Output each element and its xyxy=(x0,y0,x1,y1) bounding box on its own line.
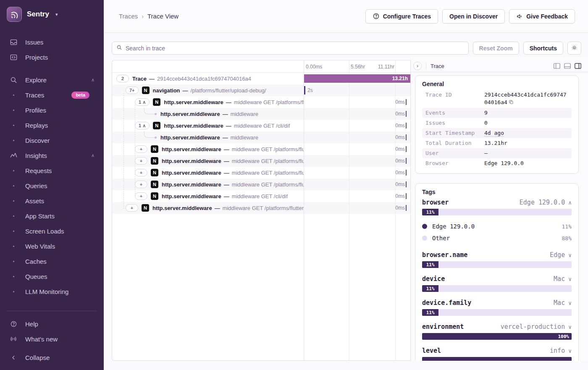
span-description: /platforms/flutter/upload-debug/ xyxy=(191,87,266,94)
tag-header[interactable]: browserEdge 129.0.0∧ xyxy=(422,199,572,206)
tags-title: Tags xyxy=(422,189,572,195)
span-op: navigation xyxy=(153,87,180,94)
help-icon xyxy=(9,320,18,328)
drawer-layout-switcher xyxy=(554,63,581,69)
trace-span-row[interactable]: 1 ∧Nhttp.server.middleware—middleware GE… xyxy=(112,96,410,108)
sidebar-item-help[interactable]: Help xyxy=(0,316,104,331)
sidebar-item-queries[interactable]: Queries xyxy=(0,178,104,193)
trace-span-row[interactable]: 2Trace—2914cceb443c41dca1fc6974704016a41… xyxy=(112,73,410,84)
sidebar-item-explore[interactable]: Explore∧ xyxy=(0,72,104,87)
trace-span-row[interactable]: 7+Nnavigation—/platforms/flutter/upload-… xyxy=(112,84,410,96)
sidebar-item-issues[interactable]: Issues xyxy=(0,34,104,50)
sidebar-item-discover[interactable]: Discover xyxy=(0,133,104,148)
sidebar-item-projects[interactable]: Projects xyxy=(0,50,104,65)
span-children-toggle[interactable]: 2 xyxy=(116,75,129,82)
trace-span-row[interactable]: +Nhttp.server.middleware—middleware GET … xyxy=(112,178,410,190)
span-children-toggle[interactable]: 7+ xyxy=(126,87,139,94)
span-children-toggle[interactable]: + xyxy=(135,145,147,153)
general-row-label: Events xyxy=(425,109,484,117)
span-duration-bar[interactable] xyxy=(304,86,305,94)
span-zero-tick xyxy=(406,123,407,129)
span-duration-label: 0ms xyxy=(395,96,405,108)
span-op: http.server.middleware xyxy=(162,158,221,164)
sidebar-item-collapse[interactable]: Collapse xyxy=(0,350,104,365)
sidebar-item-screen-loads[interactable]: Screen Loads xyxy=(0,223,104,239)
span-zero-tick xyxy=(406,205,407,211)
trace-span-row[interactable]: +Nhttp.server.middleware—middleware GET … xyxy=(112,155,410,167)
span-zero-tick xyxy=(406,146,407,152)
sidebar-item-insights[interactable]: Insights∧ xyxy=(0,148,104,163)
tag-legend-row[interactable]: Other88% xyxy=(422,232,572,244)
copy-icon[interactable] xyxy=(509,99,514,107)
tag-header[interactable]: browser.nameEdge∨ xyxy=(422,251,572,259)
tag-header[interactable]: levelinfo∨ xyxy=(422,347,572,354)
chevron-down-icon: ∨ xyxy=(568,252,572,258)
sidebar-item-app-starts[interactable]: App Starts xyxy=(0,208,104,223)
trace-span-row[interactable]: http.server.middleware—middleware0ms xyxy=(112,108,410,120)
span-children-toggle[interactable]: + xyxy=(135,169,147,176)
tag-header[interactable]: device.familyMac∨ xyxy=(422,299,572,307)
bullet-icon xyxy=(9,110,18,111)
panel-right-icon[interactable] xyxy=(575,63,581,69)
trace-span-row[interactable]: +Nhttp.server.middleware—middleware GET … xyxy=(112,202,410,214)
reset-zoom-button[interactable]: Reset Zoom xyxy=(473,42,519,55)
span-op: Trace xyxy=(132,76,147,82)
trace-span-row[interactable]: http.server.middleware—middleware0ms xyxy=(112,131,410,143)
span-separator: — xyxy=(223,134,228,141)
shortcuts-button[interactable]: Shortcuts xyxy=(523,42,563,55)
span-children-toggle[interactable]: + xyxy=(135,192,147,200)
trace-span-row[interactable]: 1 ∧Nhttp.server.middleware—middleware GE… xyxy=(112,120,410,131)
tag-header[interactable]: environmentvercel-production∨ xyxy=(422,323,572,331)
span-name-cell: 2Trace—2914cceb443c41dca1fc6974704016a4 xyxy=(112,73,304,84)
nextjs-icon: N xyxy=(151,169,158,176)
panel-left-icon[interactable] xyxy=(554,63,560,69)
sidebar-item-assets[interactable]: Assets xyxy=(0,193,104,208)
bullet-icon xyxy=(9,140,18,141)
sidebar-item-replays[interactable]: Replays xyxy=(0,118,104,133)
search-icon xyxy=(9,76,18,84)
sidebar-item-queues[interactable]: Queues xyxy=(0,269,104,284)
trace-span-row[interactable]: +Nhttp.server.middleware—middleware GET … xyxy=(112,143,410,155)
sidebar-item-profiles[interactable]: Profiles xyxy=(0,102,104,118)
tag-header[interactable]: deviceMac∨ xyxy=(422,275,572,283)
sidebar-item-label: Web Vitals xyxy=(25,243,55,250)
sidebar-item-label: App Starts xyxy=(25,213,55,220)
drawer-collapse-button[interactable]: › xyxy=(413,62,422,70)
sidebar-item-caches[interactable]: Caches xyxy=(0,254,104,269)
sidebar-item-web-vitals[interactable]: Web Vitals xyxy=(0,239,104,254)
general-row-label: User xyxy=(425,150,484,157)
general-row-value: 2914cceb443c41dca1fc6974704016a4 xyxy=(484,91,568,107)
header-actions: Configure TracesOpen in DiscoverGive Fee… xyxy=(365,9,575,24)
sidebar-item-llm-monitoring[interactable]: LLM Monitoring xyxy=(0,284,104,299)
trace-span-row[interactable]: +Nhttp.server.middleware—middleware GET … xyxy=(112,190,410,202)
general-row-label: Start Timestamp xyxy=(425,129,484,137)
trace-settings-button[interactable] xyxy=(567,42,581,55)
span-duration-bar[interactable]: 13.21h xyxy=(304,74,410,83)
panel-bottom-icon[interactable] xyxy=(564,63,571,69)
general-row: Start Timestamp4d ago xyxy=(422,128,572,138)
span-children-toggle[interactable]: + xyxy=(135,157,147,165)
sidebar-item-requests[interactable]: Requests xyxy=(0,163,104,178)
span-name-cell: +Nhttp.server.middleware—middleware GET … xyxy=(112,178,304,190)
breadcrumb-traces[interactable]: Traces xyxy=(119,13,138,20)
trace-span-row[interactable]: +Nhttp.server.middleware—middleware GET … xyxy=(112,167,410,178)
tag-distribution-bar: 11% xyxy=(422,209,572,215)
span-children-toggle[interactable]: 1 ∧ xyxy=(135,122,150,129)
give-feedback-button[interactable]: Give Feedback xyxy=(509,9,575,24)
sidebar-item-what-s-new[interactable]: What's new xyxy=(0,331,104,346)
configure-traces-button[interactable]: Configure Traces xyxy=(365,9,438,24)
search-input[interactable] xyxy=(126,45,464,52)
sidebar-item-label: Discover xyxy=(25,137,50,144)
org-switcher[interactable]: Sentry ▾ xyxy=(0,0,104,29)
span-children-toggle[interactable]: + xyxy=(126,204,138,212)
general-title: General xyxy=(422,81,572,87)
span-children-toggle[interactable]: + xyxy=(135,181,147,188)
tag-legend-row[interactable]: Edge 129.0.011% xyxy=(422,220,572,232)
legend-dot-icon xyxy=(422,236,427,241)
span-children-toggle[interactable]: 1 ∧ xyxy=(135,98,150,106)
open-in-discover-button[interactable]: Open in Discover xyxy=(442,9,505,24)
tag-browser: browserEdge 129.0.0∧11%Edge 129.0.011%Ot… xyxy=(422,199,572,244)
sidebar-item-traces[interactable]: Tracesbeta xyxy=(0,87,104,102)
span-timeline-cell: 0ms xyxy=(304,202,410,214)
search-box[interactable] xyxy=(112,42,469,55)
